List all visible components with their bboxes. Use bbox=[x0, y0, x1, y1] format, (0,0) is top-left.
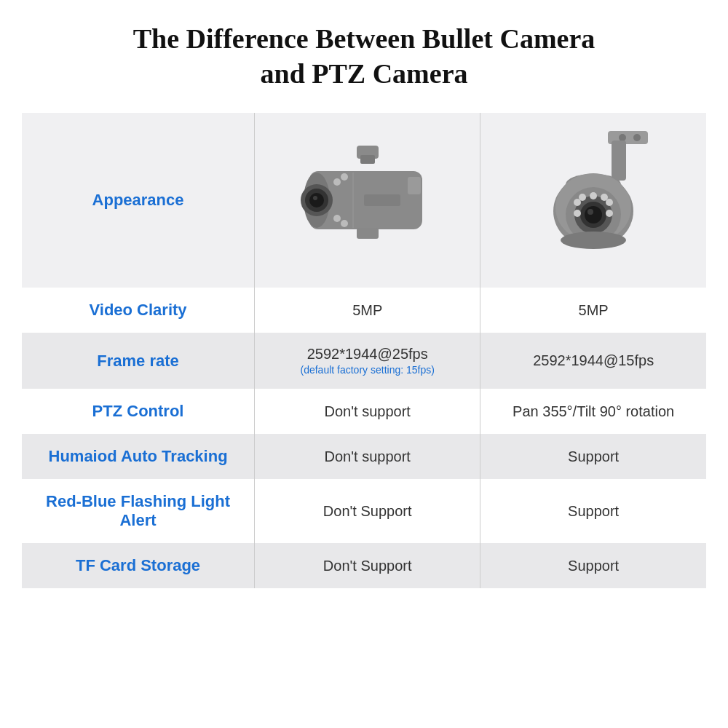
ptz-control-bullet-cell: Don't support bbox=[255, 389, 480, 434]
svg-rect-13 bbox=[408, 177, 421, 194]
flash-alert-row: Red-Blue Flashing Light Alert Don't Supp… bbox=[22, 479, 706, 543]
video-clarity-ptz-value: 5MP bbox=[579, 302, 609, 318]
video-clarity-bullet-value: 5MP bbox=[352, 302, 382, 318]
video-clarity-bullet-cell: 5MP bbox=[255, 288, 480, 333]
ptz-control-label-cell: PTZ Control bbox=[22, 389, 255, 434]
svg-point-10 bbox=[341, 173, 348, 181]
bullet-camera-svg bbox=[295, 142, 440, 258]
svg-point-31 bbox=[590, 192, 597, 199]
ptz-control-ptz-value: Pan 355°/Tilt 90° rotation bbox=[513, 403, 674, 419]
tf-card-ptz-cell: Support bbox=[480, 543, 706, 588]
frame-rate-row: Frame rate 2592*1944@25fps (default fact… bbox=[22, 333, 706, 389]
svg-point-27 bbox=[585, 206, 602, 223]
flash-alert-label-cell: Red-Blue Flashing Light Alert bbox=[22, 479, 255, 543]
appearance-row: Appearance bbox=[22, 113, 706, 288]
title-line1: The Difference Between Bullet Camera bbox=[133, 23, 596, 54]
ptz-camera-image bbox=[488, 120, 699, 280]
svg-point-17 bbox=[633, 134, 641, 141]
auto-tracking-row: Humaiod Auto Tracking Don't support Supp… bbox=[22, 434, 706, 479]
appearance-label-cell: Appearance bbox=[22, 113, 255, 288]
ptz-control-label: PTZ Control bbox=[92, 402, 184, 420]
appearance-ptz-cell bbox=[480, 113, 706, 288]
tf-card-row: TF Card Storage Don't Support Support bbox=[22, 543, 706, 588]
auto-tracking-bullet-value: Don't support bbox=[325, 448, 411, 464]
svg-point-18 bbox=[619, 134, 626, 141]
ptz-control-ptz-cell: Pan 355°/Tilt 90° rotation bbox=[480, 389, 706, 434]
svg-point-11 bbox=[341, 220, 348, 227]
appearance-label: Appearance bbox=[92, 191, 184, 209]
auto-tracking-ptz-value: Support bbox=[568, 448, 619, 464]
main-title: The Difference Between Bullet Camera and… bbox=[22, 22, 706, 91]
ptz-control-row: PTZ Control Don't support Pan 355°/Tilt … bbox=[22, 389, 706, 434]
auto-tracking-bullet-cell: Don't support bbox=[255, 434, 480, 479]
auto-tracking-ptz-cell: Support bbox=[480, 434, 706, 479]
svg-rect-1 bbox=[360, 155, 375, 164]
video-clarity-ptz-cell: 5MP bbox=[480, 288, 706, 333]
title-line2: and PTZ Camera bbox=[261, 58, 468, 89]
flash-alert-bullet-cell: Don't Support bbox=[255, 479, 480, 543]
svg-rect-15 bbox=[357, 228, 379, 239]
svg-point-9 bbox=[333, 215, 341, 222]
auto-tracking-label: Humaiod Auto Tracking bbox=[49, 447, 228, 465]
video-clarity-row: Video Clarity 5MP 5MP bbox=[22, 288, 706, 333]
flash-alert-ptz-cell: Support bbox=[480, 479, 706, 543]
svg-point-34 bbox=[606, 210, 613, 217]
svg-rect-19 bbox=[612, 141, 626, 181]
frame-rate-bullet-value: 2592*1944@25fps bbox=[307, 346, 428, 362]
tf-card-bullet-value: Don't Support bbox=[323, 558, 412, 574]
frame-rate-ptz-value: 2592*1944@15fps bbox=[533, 352, 654, 368]
auto-tracking-label-cell: Humaiod Auto Tracking bbox=[22, 434, 255, 479]
tf-card-bullet-cell: Don't Support bbox=[255, 543, 480, 588]
svg-point-33 bbox=[606, 199, 613, 206]
frame-rate-bullet-cell: 2592*1944@25fps (default factory setting… bbox=[255, 333, 480, 389]
video-clarity-label: Video Clarity bbox=[90, 301, 187, 319]
tf-card-ptz-value: Support bbox=[568, 558, 619, 574]
flash-alert-bullet-value: Don't Support bbox=[323, 503, 412, 519]
video-clarity-label-cell: Video Clarity bbox=[22, 288, 255, 333]
bullet-camera-image bbox=[262, 120, 472, 280]
appearance-bullet-cell bbox=[255, 113, 480, 288]
flash-alert-ptz-value: Support bbox=[568, 503, 619, 519]
frame-rate-label: Frame rate bbox=[97, 352, 179, 370]
ptz-control-bullet-value: Don't support bbox=[325, 403, 411, 419]
frame-rate-ptz-cell: 2592*1944@15fps bbox=[480, 333, 706, 389]
svg-point-35 bbox=[574, 210, 581, 217]
svg-point-30 bbox=[579, 194, 586, 201]
svg-point-6 bbox=[309, 193, 324, 207]
frame-rate-bullet-sub: (default factory setting: 15fps) bbox=[269, 364, 465, 376]
svg-point-28 bbox=[587, 209, 593, 215]
svg-point-7 bbox=[313, 196, 317, 200]
tf-card-label-cell: TF Card Storage bbox=[22, 543, 255, 588]
flash-alert-label: Red-Blue Flashing Light Alert bbox=[46, 492, 230, 529]
comparison-table: Appearance bbox=[22, 113, 706, 588]
page-wrapper: The Difference Between Bullet Camera and… bbox=[0, 0, 728, 728]
frame-rate-label-cell: Frame rate bbox=[22, 333, 255, 389]
ptz-camera-svg bbox=[528, 127, 659, 273]
svg-rect-14 bbox=[364, 194, 400, 206]
tf-card-label: TF Card Storage bbox=[76, 556, 200, 574]
svg-point-8 bbox=[333, 178, 341, 186]
title-section: The Difference Between Bullet Camera and… bbox=[22, 22, 706, 91]
svg-point-36 bbox=[561, 232, 626, 249]
